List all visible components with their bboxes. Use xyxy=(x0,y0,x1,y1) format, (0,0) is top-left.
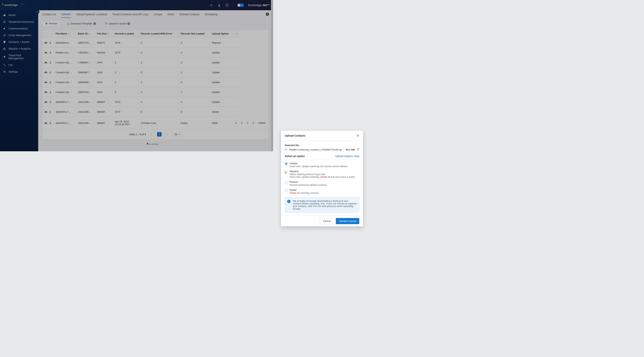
selected-file-label: Selected file: xyxy=(285,144,359,147)
upload-contacts-modal: Upload Contacts ✕ Selected file: Pfieffe… xyxy=(281,130,363,151)
file-name: Pfieffer+University_contacts_17304857701… xyxy=(289,148,344,151)
attachment-icon xyxy=(285,148,287,151)
modal-title: Upload Contacts xyxy=(285,134,306,137)
modal-backdrop: Upload Contacts ✕ Selected file: Pfieffe… xyxy=(0,0,273,151)
close-icon[interactable]: ✕ xyxy=(356,134,359,138)
trash-icon[interactable] xyxy=(357,148,359,151)
file-size: 65.1 KB xyxy=(346,148,355,151)
